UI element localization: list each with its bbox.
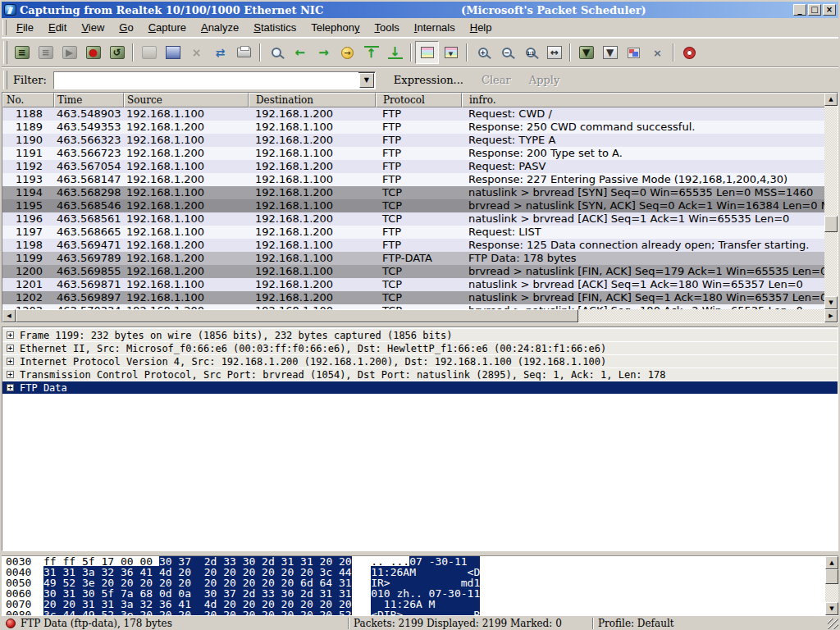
capture-restart-button[interactable]: ↺: [105, 41, 129, 64]
expander-icon[interactable]: +: [7, 331, 14, 339]
hex-vscroll-thumb[interactable]: [825, 569, 838, 584]
minimize-button[interactable]: _: [793, 4, 806, 16]
packet-row[interactable]: 1194463.568298192.168.1.100192.168.1.200…: [2, 186, 826, 199]
column-header-source[interactable]: Source: [124, 93, 249, 107]
packet-row[interactable]: 1200463.569855192.168.1.200192.168.1.100…: [2, 265, 826, 278]
resize-columns-button[interactable]: ↔: [542, 41, 566, 64]
capture-stop-button[interactable]: ●: [81, 41, 105, 64]
zoom-out-button[interactable]: −: [495, 41, 518, 64]
clear-button[interactable]: Clear: [482, 74, 511, 86]
zoom-in-button[interactable]: +: [471, 41, 495, 64]
auto-scroll-live-capture-button[interactable]: ▼: [439, 41, 463, 64]
packet-row[interactable]: 1195463.568546192.168.1.200192.168.1.100…: [2, 199, 826, 212]
menu-capture[interactable]: Capture: [141, 20, 194, 35]
packet-row[interactable]: 1201463.569871192.168.1.100192.168.1.200…: [2, 278, 826, 291]
expander-icon[interactable]: +: [7, 358, 14, 365]
capture-options-button[interactable]: ≡: [34, 41, 57, 64]
expert-info-icon[interactable]: [6, 619, 16, 628]
menu-telephony[interactable]: Telephony: [304, 20, 367, 35]
close-capture-file-button[interactable]: ×: [185, 41, 208, 64]
hex-row[interactable]: 00803c 44 49 52 3e 20 20 20 20 20 20 20 …: [2, 609, 838, 615]
colorize-packet-list-button[interactable]: [415, 41, 439, 64]
expression-button[interactable]: Expression...: [394, 74, 463, 86]
reload-capture-file-button[interactable]: ⇄: [208, 41, 232, 64]
detail-row[interactable]: +Frame 1199: 232 bytes on wire (1856 bit…: [2, 329, 838, 341]
open-capture-file-button[interactable]: [137, 41, 161, 64]
packet-row[interactable]: 1189463.549353192.168.1.200192.168.1.100…: [2, 121, 826, 134]
go-to-packet-icon: →: [341, 47, 354, 59]
print-packets-button[interactable]: [232, 41, 256, 64]
save-capture-file-button[interactable]: [161, 41, 185, 64]
menu-edit[interactable]: Edit: [41, 20, 74, 35]
packet-row[interactable]: 1192463.567054192.168.1.100192.168.1.200…: [2, 160, 826, 173]
hex-vscrollbar[interactable]: ▲ ▼: [825, 556, 838, 615]
go-to-first-button[interactable]: ↑: [359, 41, 383, 64]
filterbar-grip[interactable]: [3, 71, 7, 89]
menu-help[interactable]: Help: [463, 20, 500, 35]
filter-dropdown-button[interactable]: ▼: [359, 73, 374, 88]
menu-statistics[interactable]: Statistics: [246, 20, 304, 35]
packet-row[interactable]: 1197463.568665192.168.1.100192.168.1.200…: [2, 226, 826, 239]
hex-scroll-up-icon[interactable]: ▲: [825, 556, 838, 569]
find-packet-button[interactable]: [264, 41, 288, 64]
column-header-time[interactable]: Time: [54, 93, 124, 107]
close-button[interactable]: ×: [823, 4, 836, 16]
filter-combobox[interactable]: ▼: [53, 71, 376, 89]
column-header-destination[interactable]: Destination: [249, 93, 376, 107]
expander-icon[interactable]: +: [7, 371, 14, 378]
title-bar[interactable]: Capturing from Realtek 10/100/1000 Ether…: [2, 0, 838, 18]
capture-start-button[interactable]: ▶: [57, 41, 81, 64]
packet-row-selected[interactable]: 1199463.569789192.168.1.200192.168.1.100…: [2, 252, 826, 265]
go-to-packet-button[interactable]: →: [336, 41, 359, 64]
scroll-right-icon[interactable]: ▶: [824, 309, 838, 322]
packet-row[interactable]: 1188463.548903192.168.1.100192.168.1.200…: [2, 107, 826, 121]
maximize-button[interactable]: □: [808, 4, 821, 16]
help-button[interactable]: [678, 41, 701, 64]
toolbar-grip[interactable]: [3, 41, 7, 63]
zoom-100-button[interactable]: 1:1: [518, 41, 542, 64]
menu-view[interactable]: View: [74, 20, 112, 35]
go-forward-button[interactable]: →: [312, 41, 336, 64]
column-header-info[interactable]: infro.: [462, 93, 826, 107]
hex-scroll-down-icon[interactable]: ▼: [825, 602, 838, 615]
go-to-last-button[interactable]: ↓: [383, 41, 407, 64]
detail-row[interactable]: +Internet Protocol Version 4, Src: 192.1…: [2, 355, 838, 368]
menu-file[interactable]: File: [9, 20, 41, 35]
column-header-protocol[interactable]: Protocol: [376, 93, 462, 107]
menu-internals[interactable]: Internals: [407, 20, 463, 35]
packet-row[interactable]: 1190463.566323192.168.1.100192.168.1.200…: [2, 134, 826, 147]
packet-row[interactable]: 1191463.566723192.168.1.200192.168.1.100…: [2, 147, 826, 160]
menu-tools[interactable]: Tools: [368, 20, 407, 35]
hscroll-thumb[interactable]: [16, 309, 578, 322]
display-filter-button[interactable]: ▼: [598, 41, 622, 64]
column-header-no[interactable]: No.: [2, 93, 54, 107]
packet-row[interactable]: 1193463.568147192.168.1.200192.168.1.100…: [2, 173, 826, 186]
expander-icon[interactable]: +: [7, 384, 14, 391]
go-back-button[interactable]: ←: [288, 41, 312, 64]
menu-go[interactable]: Go: [112, 20, 140, 35]
filter-input[interactable]: [54, 72, 358, 89]
resize-grip[interactable]: [828, 619, 838, 629]
menubar-grip[interactable]: [2, 20, 7, 34]
detail-row[interactable]: +Ethernet II, Src: Microsof_f0:66:e6 (00…: [2, 342, 838, 354]
packet-list-hscrollbar[interactable]: ◀ ▶: [2, 309, 838, 322]
menu-analyze[interactable]: Analyze: [194, 20, 246, 35]
vscroll-thumb[interactable]: [824, 216, 838, 232]
scroll-left-icon[interactable]: ◀: [2, 309, 16, 322]
packet-row[interactable]: 1202463.569897192.168.1.100192.168.1.200…: [2, 291, 826, 304]
packet-list-vscrollbar[interactable]: ▲ ▼: [824, 93, 838, 309]
apply-button[interactable]: Apply: [529, 74, 560, 86]
detail-row-selected[interactable]: +FTP Data: [2, 381, 838, 394]
list-interfaces-button[interactable]: ≡: [10, 41, 34, 64]
scroll-down-icon[interactable]: ▼: [824, 296, 838, 309]
preferences-button[interactable]: ×: [646, 41, 669, 64]
capture-filter-button[interactable]: ▼: [574, 41, 598, 64]
scroll-up-icon[interactable]: ▲: [824, 93, 838, 106]
coloring-rules-button[interactable]: [622, 41, 646, 64]
packet-row[interactable]: 1198463.569471192.168.1.200192.168.1.100…: [2, 239, 826, 252]
detail-text: Frame 1199: 232 bytes on wire (1856 bits…: [20, 330, 452, 341]
packet-row[interactable]: 1196463.568561192.168.1.100192.168.1.200…: [2, 212, 826, 226]
cell-info: Response: 250 CWD command successful.: [462, 121, 826, 134]
expander-icon[interactable]: +: [7, 345, 14, 352]
detail-row[interactable]: +Transmission Control Protocol, Src Port…: [2, 368, 838, 381]
